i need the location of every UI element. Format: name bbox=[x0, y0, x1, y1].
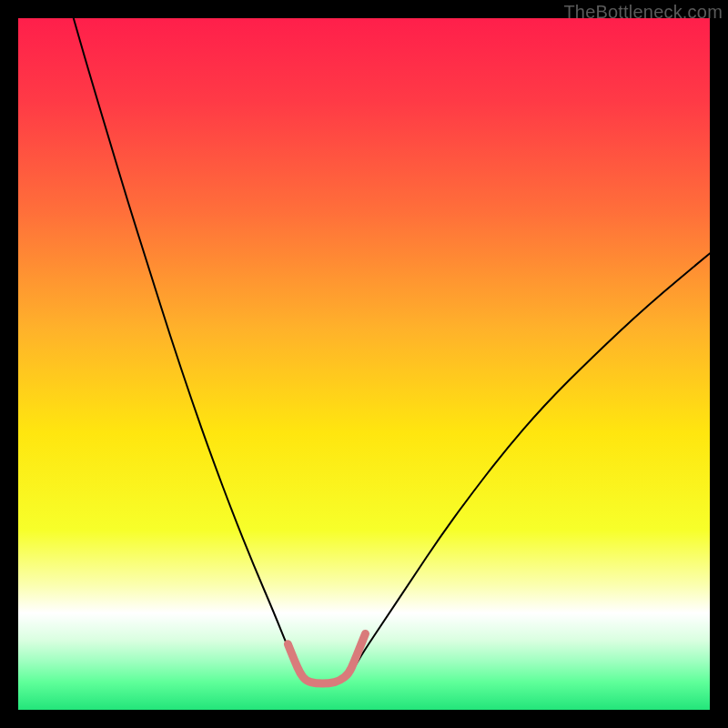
chart-background bbox=[18, 18, 710, 710]
chart-stage: TheBottleneck.com bbox=[0, 0, 728, 728]
watermark-label: TheBottleneck.com bbox=[563, 2, 723, 23]
chart-svg bbox=[18, 18, 710, 710]
chart-plot-area bbox=[18, 18, 710, 710]
